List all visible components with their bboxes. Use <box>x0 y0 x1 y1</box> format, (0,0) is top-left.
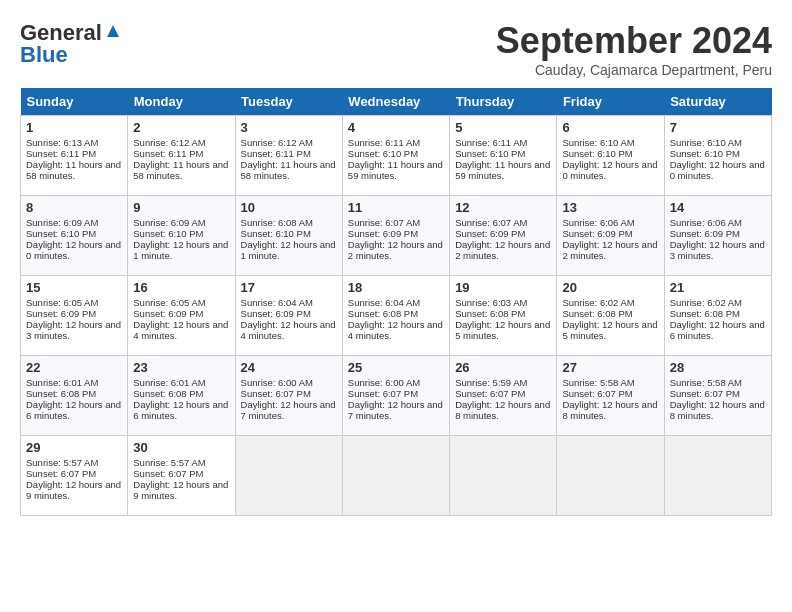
day-cell-5: 5Sunrise: 6:11 AMSunset: 6:10 PMDaylight… <box>450 116 557 196</box>
day-cell-14: 14Sunrise: 6:06 AMSunset: 6:09 PMDayligh… <box>664 196 771 276</box>
sunset: Sunset: 6:10 PM <box>133 228 229 239</box>
daylight: Daylight: 12 hours and 5 minutes. <box>455 319 551 341</box>
day-cell-20: 20Sunrise: 6:02 AMSunset: 6:08 PMDayligh… <box>557 276 664 356</box>
day-cell-3: 3Sunrise: 6:12 AMSunset: 6:11 PMDaylight… <box>235 116 342 196</box>
empty-cell <box>664 436 771 516</box>
sunrise: Sunrise: 5:58 AM <box>562 377 658 388</box>
day-header-saturday: Saturday <box>664 88 771 116</box>
day-number: 26 <box>455 360 551 375</box>
sunrise: Sunrise: 6:05 AM <box>26 297 122 308</box>
sunrise: Sunrise: 6:09 AM <box>133 217 229 228</box>
empty-cell <box>342 436 449 516</box>
sunset: Sunset: 6:09 PM <box>133 308 229 319</box>
sunrise: Sunrise: 6:10 AM <box>670 137 766 148</box>
day-cell-27: 27Sunrise: 5:58 AMSunset: 6:07 PMDayligh… <box>557 356 664 436</box>
sunset: Sunset: 6:07 PM <box>670 388 766 399</box>
sunrise: Sunrise: 6:13 AM <box>26 137 122 148</box>
location: Cauday, Cajamarca Department, Peru <box>496 62 772 78</box>
day-number: 25 <box>348 360 444 375</box>
day-number: 30 <box>133 440 229 455</box>
day-cell-2: 2Sunrise: 6:12 AMSunset: 6:11 PMDaylight… <box>128 116 235 196</box>
daylight: Daylight: 12 hours and 7 minutes. <box>241 399 337 421</box>
day-header-tuesday: Tuesday <box>235 88 342 116</box>
day-cell-16: 16Sunrise: 6:05 AMSunset: 6:09 PMDayligh… <box>128 276 235 356</box>
day-cell-19: 19Sunrise: 6:03 AMSunset: 6:08 PMDayligh… <box>450 276 557 356</box>
day-number: 22 <box>26 360 122 375</box>
day-number: 12 <box>455 200 551 215</box>
day-number: 7 <box>670 120 766 135</box>
sunset: Sunset: 6:10 PM <box>26 228 122 239</box>
sunset: Sunset: 6:10 PM <box>562 148 658 159</box>
day-number: 17 <box>241 280 337 295</box>
daylight: Daylight: 12 hours and 0 minutes. <box>26 239 122 261</box>
daylight: Daylight: 12 hours and 9 minutes. <box>26 479 122 501</box>
week-row-5: 29Sunrise: 5:57 AMSunset: 6:07 PMDayligh… <box>21 436 772 516</box>
logo-blue: Blue <box>20 42 68 68</box>
sunrise: Sunrise: 5:57 AM <box>26 457 122 468</box>
logo-arrow <box>104 23 122 45</box>
sunset: Sunset: 6:08 PM <box>670 308 766 319</box>
sunrise: Sunrise: 6:04 AM <box>348 297 444 308</box>
sunrise: Sunrise: 6:03 AM <box>455 297 551 308</box>
sunrise: Sunrise: 6:11 AM <box>455 137 551 148</box>
sunrise: Sunrise: 6:00 AM <box>348 377 444 388</box>
sunset: Sunset: 6:07 PM <box>26 468 122 479</box>
day-number: 9 <box>133 200 229 215</box>
sunset: Sunset: 6:08 PM <box>133 388 229 399</box>
daylight: Daylight: 12 hours and 8 minutes. <box>670 399 766 421</box>
page-header: General Blue September 2024 Cauday, Caja… <box>20 20 772 78</box>
sunset: Sunset: 6:10 PM <box>348 148 444 159</box>
daylight: Daylight: 11 hours and 59 minutes. <box>455 159 551 181</box>
sunrise: Sunrise: 6:06 AM <box>562 217 658 228</box>
day-cell-25: 25Sunrise: 6:00 AMSunset: 6:07 PMDayligh… <box>342 356 449 436</box>
sunrise: Sunrise: 6:05 AM <box>133 297 229 308</box>
sunrise: Sunrise: 6:07 AM <box>455 217 551 228</box>
day-cell-6: 6Sunrise: 6:10 AMSunset: 6:10 PMDaylight… <box>557 116 664 196</box>
sunset: Sunset: 6:09 PM <box>455 228 551 239</box>
daylight: Daylight: 12 hours and 6 minutes. <box>133 399 229 421</box>
sunset: Sunset: 6:10 PM <box>455 148 551 159</box>
day-number: 23 <box>133 360 229 375</box>
day-number: 10 <box>241 200 337 215</box>
day-number: 2 <box>133 120 229 135</box>
day-cell-15: 15Sunrise: 6:05 AMSunset: 6:09 PMDayligh… <box>21 276 128 356</box>
daylight: Daylight: 12 hours and 7 minutes. <box>348 399 444 421</box>
day-cell-23: 23Sunrise: 6:01 AMSunset: 6:08 PMDayligh… <box>128 356 235 436</box>
sunset: Sunset: 6:10 PM <box>241 228 337 239</box>
daylight: Daylight: 12 hours and 3 minutes. <box>670 239 766 261</box>
day-header-thursday: Thursday <box>450 88 557 116</box>
day-cell-18: 18Sunrise: 6:04 AMSunset: 6:08 PMDayligh… <box>342 276 449 356</box>
sunset: Sunset: 6:10 PM <box>670 148 766 159</box>
daylight: Daylight: 12 hours and 2 minutes. <box>348 239 444 261</box>
day-number: 5 <box>455 120 551 135</box>
sunrise: Sunrise: 6:07 AM <box>348 217 444 228</box>
calendar-table: SundayMondayTuesdayWednesdayThursdayFrid… <box>20 88 772 516</box>
day-number: 29 <box>26 440 122 455</box>
day-number: 18 <box>348 280 444 295</box>
empty-cell <box>450 436 557 516</box>
daylight: Daylight: 12 hours and 4 minutes. <box>133 319 229 341</box>
sunset: Sunset: 6:08 PM <box>455 308 551 319</box>
day-cell-24: 24Sunrise: 6:00 AMSunset: 6:07 PMDayligh… <box>235 356 342 436</box>
week-row-2: 8Sunrise: 6:09 AMSunset: 6:10 PMDaylight… <box>21 196 772 276</box>
sunset: Sunset: 6:11 PM <box>133 148 229 159</box>
day-header-wednesday: Wednesday <box>342 88 449 116</box>
svg-marker-0 <box>107 25 119 37</box>
day-number: 4 <box>348 120 444 135</box>
sunrise: Sunrise: 6:12 AM <box>241 137 337 148</box>
month-title: September 2024 <box>496 20 772 62</box>
sunrise: Sunrise: 6:02 AM <box>670 297 766 308</box>
day-number: 3 <box>241 120 337 135</box>
day-number: 16 <box>133 280 229 295</box>
sunrise: Sunrise: 6:02 AM <box>562 297 658 308</box>
title-area: September 2024 Cauday, Cajamarca Departm… <box>496 20 772 78</box>
daylight: Daylight: 12 hours and 8 minutes. <box>562 399 658 421</box>
daylight: Daylight: 12 hours and 1 minute. <box>241 239 337 261</box>
day-header-friday: Friday <box>557 88 664 116</box>
week-row-1: 1Sunrise: 6:13 AMSunset: 6:11 PMDaylight… <box>21 116 772 196</box>
day-cell-13: 13Sunrise: 6:06 AMSunset: 6:09 PMDayligh… <box>557 196 664 276</box>
day-cell-4: 4Sunrise: 6:11 AMSunset: 6:10 PMDaylight… <box>342 116 449 196</box>
daylight: Daylight: 12 hours and 5 minutes. <box>562 319 658 341</box>
sunrise: Sunrise: 6:01 AM <box>26 377 122 388</box>
sunset: Sunset: 6:11 PM <box>241 148 337 159</box>
